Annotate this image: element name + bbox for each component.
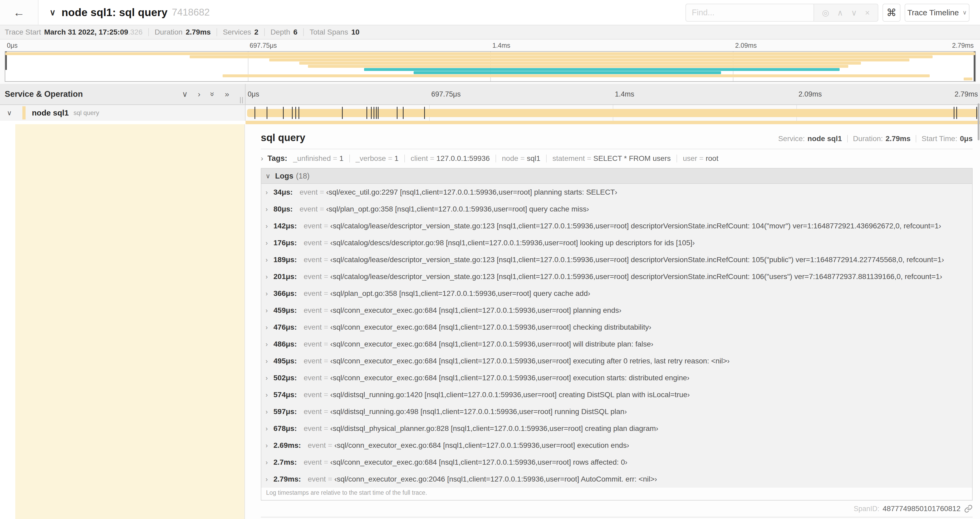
summary-label: Depth xyxy=(270,28,290,37)
log-marker-tick[interactable] xyxy=(299,107,299,119)
span-row-label[interactable]: ∨ node sql1 sql query xyxy=(0,105,245,121)
log-marker-tick[interactable] xyxy=(295,107,296,119)
log-marker-tick[interactable] xyxy=(366,107,367,119)
log-row[interactable]: ›142μs:event=‹sql/catalog/lease/descript… xyxy=(261,217,972,235)
log-row[interactable]: ›486μs:event=‹sql/conn_executor_exec.go:… xyxy=(261,336,972,353)
log-expand-icon[interactable]: › xyxy=(266,458,272,466)
log-marker-tick[interactable] xyxy=(397,107,398,119)
log-expand-icon[interactable]: › xyxy=(266,256,272,264)
log-marker-tick[interactable] xyxy=(378,107,379,119)
log-value: ‹sql/conn_executor_exec.go:684 [nsql1,cl… xyxy=(330,306,622,315)
log-expand-icon[interactable]: › xyxy=(266,442,272,449)
tag-key: _verbose xyxy=(356,154,386,163)
log-marker-tick[interactable] xyxy=(374,107,374,119)
log-expand-icon[interactable]: › xyxy=(266,222,272,230)
log-marker-tick[interactable] xyxy=(371,107,372,119)
tags-expand-icon[interactable]: › xyxy=(261,154,263,163)
tag-item: node=sql1 xyxy=(502,154,540,163)
collapse-one-icon[interactable]: ∨ xyxy=(182,90,188,98)
view-selector-button[interactable]: Trace Timeline ∨ xyxy=(905,4,969,22)
log-expand-icon[interactable]: › xyxy=(266,476,272,483)
log-row[interactable]: ›34μs:event=‹sql/exec_util.go:2297 [nsql… xyxy=(261,184,972,201)
log-marker-tick[interactable] xyxy=(976,107,977,119)
log-row[interactable]: ›574μs:event=‹sql/distsql_running.go:142… xyxy=(261,386,972,403)
log-row[interactable]: ›2.7ms:event=‹sql/conn_executor_exec.go:… xyxy=(261,454,972,471)
prev-result-icon[interactable]: ∧ xyxy=(837,9,843,17)
log-marker-tick[interactable] xyxy=(403,107,404,119)
span-id-label: SpanID: xyxy=(854,505,880,513)
log-row[interactable]: ›597μs:event=‹sql/distsql_running.go:498… xyxy=(261,403,972,420)
log-marker-tick[interactable] xyxy=(956,107,957,119)
log-expand-icon[interactable]: › xyxy=(266,340,272,348)
span-row-track[interactable] xyxy=(245,105,980,121)
expand-one-icon[interactable]: › xyxy=(198,90,200,98)
minimap-tick-label: 697.75μs xyxy=(250,42,277,50)
meta-value: node sql1 xyxy=(807,134,842,143)
minimap-canvas[interactable] xyxy=(5,51,976,82)
log-expand-icon[interactable]: › xyxy=(266,374,272,382)
log-row[interactable]: ›366μs:event=‹sql/plan_opt.go:358 [nsql1… xyxy=(261,285,972,302)
log-expand-icon[interactable]: › xyxy=(266,391,272,399)
log-expand-icon[interactable]: › xyxy=(266,408,272,416)
log-row[interactable]: ›459μs:event=‹sql/conn_executor_exec.go:… xyxy=(261,302,972,319)
vertical-scrollbar[interactable] xyxy=(978,103,980,140)
log-marker-tick[interactable] xyxy=(376,107,377,119)
log-marker-tick[interactable] xyxy=(255,107,255,119)
column-resize-grip[interactable] xyxy=(240,97,243,103)
log-expand-icon[interactable]: › xyxy=(266,324,272,331)
log-expand-icon[interactable]: › xyxy=(266,188,272,196)
trace-collapse-icon[interactable]: ∨ xyxy=(49,7,56,18)
log-marker-tick[interactable] xyxy=(283,107,284,119)
log-expand-icon[interactable]: › xyxy=(266,307,272,315)
log-marker-tick[interactable] xyxy=(954,107,955,119)
log-marker-tick[interactable] xyxy=(267,107,267,119)
log-row[interactable]: ›201μs:event=‹sql/catalog/lease/descript… xyxy=(261,268,972,285)
locate-icon[interactable]: ◎ xyxy=(822,9,829,17)
tags-row[interactable]: › Tags: _unfinished=1_verbose=1client=12… xyxy=(261,154,973,163)
log-expand-icon[interactable]: › xyxy=(266,425,272,433)
log-marker-tick[interactable] xyxy=(342,107,343,119)
log-expand-icon[interactable]: › xyxy=(266,273,272,281)
find-input[interactable] xyxy=(686,4,813,22)
tag-item: _unfinished=1 xyxy=(293,154,344,163)
tag-equals: = xyxy=(331,154,339,163)
minimap-right-handle[interactable] xyxy=(974,52,975,81)
span-id-row: SpanID: 4877749850101760812 xyxy=(261,501,973,517)
log-marker-tick[interactable] xyxy=(424,107,425,119)
expand-all-icon[interactable]: » xyxy=(225,90,229,98)
deep-link-icon[interactable] xyxy=(964,505,973,513)
log-timestamp: 366μs: xyxy=(274,289,297,298)
tags-label: Tags: xyxy=(267,154,287,163)
tag-item: client=127.0.0.1:59936 xyxy=(411,154,490,163)
tag-equals: = xyxy=(697,154,705,163)
next-result-icon[interactable]: ∨ xyxy=(851,9,857,17)
log-expand-icon[interactable]: › xyxy=(266,290,272,297)
log-row[interactable]: ›189μs:event=‹sql/catalog/lease/descript… xyxy=(261,251,972,268)
log-expand-icon[interactable]: › xyxy=(266,206,272,213)
log-row[interactable]: ›476μs:event=‹sql/conn_executor_exec.go:… xyxy=(261,319,972,336)
tag-equals: = xyxy=(428,154,436,163)
log-row[interactable]: ›2.79ms:event=‹sql/conn_executor_exec.go… xyxy=(261,471,972,488)
minimap-span-bar xyxy=(190,55,932,58)
logs-collapse-icon[interactable]: ∨ xyxy=(266,172,270,180)
log-row[interactable]: ›678μs:event=‹sql/distsql_physical_plann… xyxy=(261,420,972,437)
log-row[interactable]: ›502μs:event=‹sql/conn_executor_exec.go:… xyxy=(261,369,972,386)
log-equals: = xyxy=(322,222,330,230)
collapse-all-icon[interactable]: » xyxy=(208,92,216,96)
clear-find-icon[interactable]: × xyxy=(865,9,870,17)
log-row[interactable]: ›2.69ms:event=‹sql/conn_executor_exec.go… xyxy=(261,437,972,454)
span-duration-bar[interactable] xyxy=(247,109,979,117)
log-expand-icon[interactable]: › xyxy=(266,239,272,247)
logs-header[interactable]: ∨ Logs (18) xyxy=(261,169,972,184)
tag-value: root xyxy=(706,154,718,163)
log-row[interactable]: ›80μs:event=‹sql/plan_opt.go:358 [nsql1,… xyxy=(261,201,972,217)
keyboard-shortcuts-button[interactable]: ⌘ xyxy=(883,4,900,22)
log-marker-tick[interactable] xyxy=(292,107,293,119)
log-row[interactable]: ›495μs:event=‹sql/conn_executor_exec.go:… xyxy=(261,353,972,369)
log-row[interactable]: ›176μs:event=‹sql/catalog/descs/descript… xyxy=(261,235,972,251)
row-gutter xyxy=(0,124,15,519)
summary-label: Duration xyxy=(154,28,183,37)
back-button[interactable]: ← xyxy=(0,0,38,25)
span-collapse-icon[interactable]: ∨ xyxy=(7,109,12,117)
log-expand-icon[interactable]: › xyxy=(266,357,272,365)
